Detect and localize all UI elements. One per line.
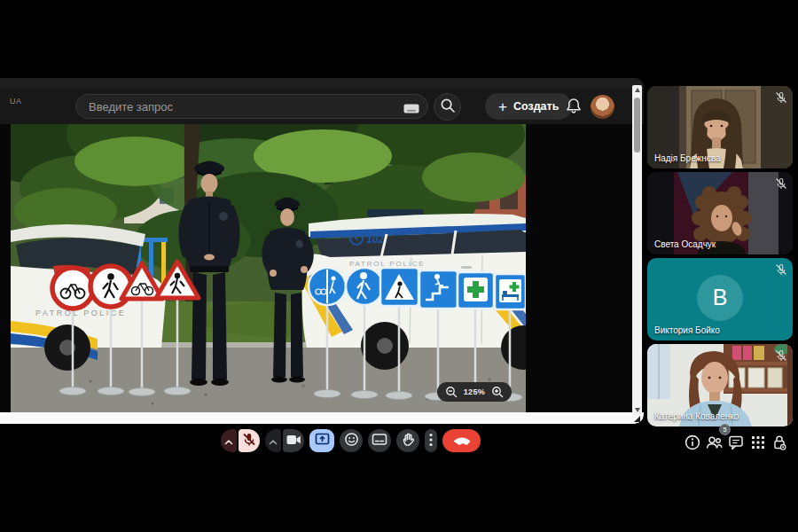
participant-tile-3[interactable]: В Виктория Бойко xyxy=(647,258,793,340)
shared-browser-navbar: UA + Создать xyxy=(0,89,644,124)
user-avatar[interactable] xyxy=(591,95,614,119)
participant-tile-1[interactable]: Надія Брежнєва xyxy=(647,86,793,168)
participant-name: Виктория Бойко xyxy=(654,325,720,335)
browser-scrollbar[interactable] xyxy=(632,85,642,415)
avatar-initial-circle: В xyxy=(697,274,743,320)
search-input[interactable] xyxy=(75,94,428,119)
scroll-up-arrow[interactable] xyxy=(635,88,640,92)
mic-control-group xyxy=(221,429,260,452)
camera-options-button[interactable] xyxy=(265,429,281,452)
svg-text:PATROL POLICE: PATROL POLICE xyxy=(349,260,426,268)
sign-crosswalk xyxy=(380,268,419,306)
mic-off-icon xyxy=(242,432,256,450)
end-call-button[interactable] xyxy=(442,429,481,452)
scrollbar-thumb[interactable] xyxy=(634,98,640,153)
zoom-out-button[interactable] xyxy=(445,386,458,398)
mic-options-button[interactable] xyxy=(221,429,237,452)
participant-tile-4[interactable]: Катерина Коваленко xyxy=(647,344,793,426)
present-screen-icon xyxy=(315,433,330,449)
sign-pedestrian-path xyxy=(346,268,383,305)
emoji-icon xyxy=(344,432,359,450)
scroll-down-arrow[interactable] xyxy=(635,408,640,412)
locale-label: UA xyxy=(10,97,22,106)
captions-button[interactable] xyxy=(368,429,391,452)
resize-handle[interactable] xyxy=(634,416,640,422)
apps-grid-icon xyxy=(750,434,766,453)
browser-top-strip xyxy=(0,78,644,89)
shared-screen-tile[interactable]: UA + Создать xyxy=(0,78,644,424)
chat-button[interactable] xyxy=(726,434,746,453)
activities-button[interactable] xyxy=(748,434,768,453)
info-icon xyxy=(684,434,701,454)
captions-icon xyxy=(372,433,387,449)
camera-icon xyxy=(286,434,301,449)
sign-hospital xyxy=(495,274,526,309)
people-icon xyxy=(705,434,724,454)
mic-off-icon xyxy=(775,349,787,362)
chevron-up-icon xyxy=(224,434,233,448)
more-options-button[interactable] xyxy=(425,429,437,452)
sign-first-aid xyxy=(458,272,494,309)
sidebar-actions xyxy=(683,433,789,454)
plus-icon: + xyxy=(498,99,507,114)
call-controls xyxy=(221,429,481,452)
present-screen-button[interactable] xyxy=(309,429,334,452)
search-icon xyxy=(440,98,456,116)
search-button[interactable] xyxy=(434,93,461,121)
chat-icon xyxy=(727,434,745,454)
avatar-initial: В xyxy=(713,285,728,310)
participant-count-badge: 5 xyxy=(719,424,731,435)
shared-page-bottom-strip xyxy=(0,412,644,424)
sign-no-bicycles xyxy=(52,268,93,309)
end-call-icon xyxy=(452,434,472,448)
mic-off-icon xyxy=(775,263,787,276)
create-button[interactable]: + Создать xyxy=(485,93,572,120)
more-dots-icon xyxy=(428,433,434,450)
zoom-controls: 125% xyxy=(437,382,512,402)
sign-shared-path xyxy=(309,268,346,305)
keyboard-icon[interactable] xyxy=(403,101,419,111)
camera-toggle-button[interactable] xyxy=(283,429,304,452)
mic-off-icon xyxy=(775,177,787,190)
mic-toggle-button[interactable] xyxy=(239,429,260,452)
svg-text:102: 102 xyxy=(366,233,384,246)
meeting-details-button[interactable] xyxy=(683,434,702,453)
camera-control-group xyxy=(265,429,304,452)
raise-hand-button[interactable] xyxy=(396,429,419,452)
participant-tile-2[interactable]: Света Осадчук xyxy=(647,172,793,254)
svg-text:PATROL POLICE: PATROL POLICE xyxy=(35,309,126,317)
hand-icon xyxy=(402,432,415,450)
mic-off-icon xyxy=(775,91,787,104)
participants-button[interactable] xyxy=(705,434,724,453)
reactions-button[interactable] xyxy=(340,429,363,452)
notifications-bell-button[interactable] xyxy=(564,97,583,116)
participant-name: Надія Брежнєва xyxy=(654,153,721,163)
chevron-up-icon xyxy=(269,434,278,448)
zoom-in-button[interactable] xyxy=(491,386,504,398)
bell-icon xyxy=(565,106,583,119)
participant-name: Катерина Коваленко xyxy=(654,411,739,421)
police-lesson-photo: 102 PATROL POLICE xyxy=(11,124,526,412)
shared-photo: 102 PATROL POLICE xyxy=(11,124,526,412)
participant-name: Света Осадчук xyxy=(654,239,716,249)
host-controls-button[interactable] xyxy=(770,434,789,453)
zoom-level: 125% xyxy=(464,387,485,396)
meeting-app: UA + Создать xyxy=(0,0,798,532)
sign-underpass xyxy=(419,270,458,309)
lock-icon xyxy=(771,434,788,454)
